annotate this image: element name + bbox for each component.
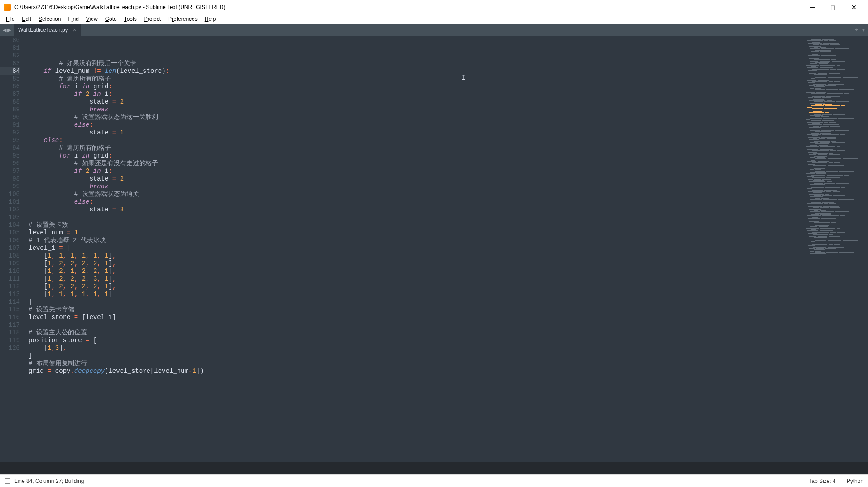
code-line[interactable]: # 如果还是有没有走过的格子 <box>29 160 805 167</box>
editor[interactable]: 8081828384858687888990919293949596979899… <box>0 36 868 462</box>
line-number: 89 <box>0 106 20 114</box>
line-number: 107 <box>0 244 20 252</box>
code-line[interactable]: state = 3 <box>29 206 805 214</box>
code-line[interactable]: state = 2 <box>29 175 805 183</box>
code-line[interactable]: [1, 2, 2, 2, 2, 1], <box>29 260 805 267</box>
minimize-button[interactable]: ─ <box>802 0 823 14</box>
status-panel-icon[interactable] <box>5 478 10 484</box>
tabstrip: ◀ ▶ WalkLatticeTeach.py ✕ + ▼ <box>0 24 868 36</box>
code-area[interactable]: I # 如果没有到最后一个关卡 if level_num != len(leve… <box>26 36 805 462</box>
close-button[interactable]: ✕ <box>844 0 864 14</box>
code-line[interactable]: [1, 2, 2, 2, 2, 1], <box>29 283 805 291</box>
line-number: 119 <box>0 337 20 344</box>
line-number: 98 <box>0 175 20 183</box>
code-line[interactable]: for i in grid: <box>29 152 805 160</box>
window-titlebar: C:\Users\27316\Desktop\Game\WalkLatticeT… <box>0 0 868 14</box>
line-number: 115 <box>0 306 20 314</box>
code-line[interactable]: position_store = [ <box>29 337 805 344</box>
tab-dropdown-icon[interactable]: ▼ <box>861 27 866 33</box>
menu-file[interactable]: File <box>2 15 18 23</box>
code-line[interactable]: # 设置游戏状态为这一关胜利 <box>29 114 805 121</box>
menu-view[interactable]: View <box>82 15 101 23</box>
nav-forward-icon[interactable]: ▶ <box>7 27 11 33</box>
line-number: 88 <box>0 98 20 106</box>
code-line[interactable]: # 设置游戏状态为通关 <box>29 191 805 198</box>
code-line[interactable]: [1, 1, 1, 1, 1, 1] <box>29 291 805 298</box>
code-line[interactable]: break <box>29 183 805 191</box>
line-number: 85 <box>0 75 20 83</box>
code-line[interactable]: if level_num != len(level_store): <box>29 67 805 75</box>
code-line[interactable]: [1,3], <box>29 344 805 352</box>
code-line[interactable]: # 设置关卡存储 <box>29 306 805 314</box>
menu-help[interactable]: Help <box>201 15 220 23</box>
line-number: 83 <box>0 60 20 67</box>
line-number: 99 <box>0 183 20 191</box>
code-line[interactable]: # 设置关卡数 <box>29 221 805 229</box>
code-line[interactable]: else: <box>29 198 805 206</box>
menu-selection[interactable]: Selection <box>35 15 64 23</box>
menu-preferences[interactable]: Preferences <box>164 15 201 23</box>
line-number: 84 <box>0 67 20 75</box>
minimap[interactable] <box>805 36 868 462</box>
code-line[interactable]: else: <box>29 121 805 129</box>
code-line[interactable]: # 布局使用复制进行 <box>29 360 805 368</box>
code-line[interactable]: if 2 in i: <box>29 167 805 175</box>
status-tabsize[interactable]: Tab Size: 4 <box>809 478 835 484</box>
line-number: 100 <box>0 191 20 198</box>
code-line[interactable]: level_1 = [ <box>29 244 805 252</box>
menu-project[interactable]: Project <box>140 15 164 23</box>
code-line[interactable]: level_store = [level_1] <box>29 314 805 321</box>
code-line[interactable]: else: <box>29 137 805 144</box>
code-line[interactable]: ] <box>29 298 805 306</box>
code-line[interactable]: # 设置主人公的位置 <box>29 329 805 337</box>
code-line[interactable]: # 遍历所有的格子 <box>29 75 805 83</box>
tab-close-icon[interactable]: ✕ <box>72 27 77 33</box>
menu-tools[interactable]: Tools <box>121 15 140 23</box>
line-number: 90 <box>0 114 20 121</box>
tab-active[interactable]: WalkLatticeTeach.py ✕ <box>14 24 81 36</box>
line-number: 93 <box>0 137 20 144</box>
code-line[interactable] <box>29 214 805 221</box>
new-tab-icon[interactable]: + <box>855 27 858 33</box>
menubar: File Edit Selection Find View Goto Tools… <box>0 14 868 24</box>
line-number: 113 <box>0 291 20 298</box>
menu-edit[interactable]: Edit <box>18 15 35 23</box>
menu-find[interactable]: Find <box>64 15 82 23</box>
code-line[interactable]: grid = copy.deepcopy(level_store[level_n… <box>29 368 805 375</box>
status-text: Line 84, Column 27; Building <box>14 478 84 484</box>
code-line[interactable]: # 1 代表墙壁 2 代表冰块 <box>29 237 805 244</box>
menu-goto[interactable]: Goto <box>101 15 121 23</box>
status-syntax[interactable]: Python <box>847 478 863 484</box>
code-line[interactable]: [1, 2, 1, 2, 2, 1], <box>29 267 805 275</box>
line-number: 108 <box>0 252 20 260</box>
line-number: 91 <box>0 121 20 129</box>
statusbar: Line 84, Column 27; Building Tab Size: 4… <box>0 474 868 487</box>
code-line[interactable]: [1, 2, 2, 2, 3, 1], <box>29 275 805 283</box>
text-cursor: I <box>461 74 462 81</box>
code-line[interactable]: if 2 in i: <box>29 91 805 98</box>
code-line[interactable]: [1, 1, 1, 1, 1, 1], <box>29 252 805 260</box>
code-line[interactable]: ] <box>29 352 805 360</box>
line-number: 105 <box>0 229 20 237</box>
code-line[interactable] <box>29 321 805 329</box>
line-number: 117 <box>0 321 20 329</box>
nav-back-icon[interactable]: ◀ <box>3 27 6 33</box>
code-line[interactable]: # 遍历所有的格子 <box>29 144 805 152</box>
line-number: 109 <box>0 260 20 267</box>
line-number: 104 <box>0 221 20 229</box>
line-number: 111 <box>0 275 20 283</box>
code-line[interactable]: level_num = 1 <box>29 229 805 237</box>
code-line[interactable]: for i in grid: <box>29 83 805 91</box>
line-number: 82 <box>0 52 20 60</box>
maximize-button[interactable]: ◻ <box>823 0 844 14</box>
code-line[interactable]: break <box>29 106 805 114</box>
line-number: 120 <box>0 344 20 352</box>
code-line[interactable]: state = 2 <box>29 98 805 106</box>
line-number: 81 <box>0 44 20 52</box>
line-number: 103 <box>0 214 20 221</box>
code-line[interactable]: state = 1 <box>29 129 805 137</box>
line-number: 106 <box>0 237 20 244</box>
line-number: 94 <box>0 144 20 152</box>
code-line[interactable]: # 如果没有到最后一个关卡 <box>29 60 805 67</box>
line-number: 80 <box>0 37 20 44</box>
